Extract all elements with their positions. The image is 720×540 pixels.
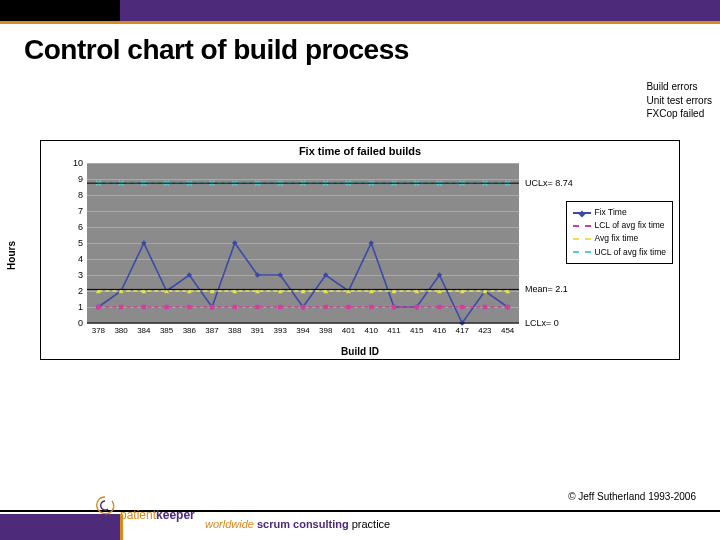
- y-tick-label: 0: [78, 318, 83, 328]
- ref-line-label: LCLx= 0: [525, 318, 559, 328]
- x-tick-label: 391: [251, 326, 264, 335]
- data-marker: [210, 305, 214, 309]
- control-chart: Fix time of failed builds Hours Build ID…: [40, 140, 680, 360]
- x-tick-label: 398: [319, 326, 332, 335]
- note-list: Build errors Unit test errors FXCop fail…: [646, 80, 712, 121]
- legend-swatch-icon: [573, 238, 591, 240]
- y-tick-label: 5: [78, 238, 83, 248]
- legend-label: Fix Time: [595, 206, 627, 219]
- x-tick-label: 386: [183, 326, 196, 335]
- slide-title: Control chart of build process: [0, 24, 720, 72]
- x-tick-label: 410: [365, 326, 378, 335]
- legend-swatch-icon: [573, 225, 591, 227]
- data-marker: [392, 305, 396, 309]
- y-tick-label: 9: [78, 174, 83, 184]
- y-tick-label: 1: [78, 302, 83, 312]
- data-marker: [119, 305, 123, 309]
- data-marker: [369, 305, 373, 309]
- legend-label: LCL of avg fix time: [595, 219, 665, 232]
- legend-item: Avg fix time: [573, 232, 667, 245]
- data-marker: [141, 240, 147, 246]
- x-tick-label: 454: [501, 326, 514, 335]
- legend-swatch-icon: [573, 212, 591, 214]
- data-marker: [164, 305, 168, 309]
- x-tick-label: 416: [433, 326, 446, 335]
- note-item: Unit test errors: [646, 94, 712, 108]
- y-tick-label: 4: [78, 254, 83, 264]
- tagline-part3: practice: [352, 518, 391, 530]
- data-marker: [346, 305, 350, 309]
- data-marker: [233, 305, 237, 309]
- note-item: FXCop failed: [646, 107, 712, 121]
- x-tick-label: 387: [205, 326, 218, 335]
- x-tick-label: 415: [410, 326, 423, 335]
- logo-swirl-icon: [92, 493, 118, 519]
- data-marker: [96, 305, 100, 309]
- legend-label: UCL of avg fix time: [595, 246, 667, 259]
- legend-swatch-icon: [573, 251, 591, 253]
- x-tick-label: 378: [92, 326, 105, 335]
- logo-text-keeper: keeper: [156, 508, 195, 522]
- x-tick-label: 394: [296, 326, 309, 335]
- y-tick-label: 8: [78, 190, 83, 200]
- x-tick-label: 401: [342, 326, 355, 335]
- logo-text-patient: patient: [120, 508, 156, 522]
- chart-title: Fix time of failed builds: [41, 145, 679, 157]
- x-tick-label: 384: [137, 326, 150, 335]
- top-bar: [0, 0, 720, 24]
- tagline-part2: scrum consulting: [257, 518, 352, 530]
- legend-item: LCL of avg fix time: [573, 219, 667, 232]
- data-marker: [187, 305, 191, 309]
- footer-tagline: worldwide scrum consulting practice: [205, 518, 390, 530]
- data-marker: [414, 305, 418, 309]
- data-marker: [278, 305, 282, 309]
- chart-legend: Fix TimeLCL of avg fix timeAvg fix timeU…: [566, 201, 674, 264]
- brand-logo: patientkeeper: [92, 493, 195, 522]
- series-line: [98, 243, 507, 323]
- data-marker: [483, 305, 487, 309]
- data-marker: [142, 305, 146, 309]
- y-tick-label: 2: [78, 286, 83, 296]
- x-tick-label: 385: [160, 326, 173, 335]
- plot-svg: [87, 163, 519, 323]
- legend-item: Fix Time: [573, 206, 667, 219]
- x-tick-label: 417: [455, 326, 468, 335]
- chart-xlabel: Build ID: [341, 346, 379, 357]
- x-tick-label: 423: [478, 326, 491, 335]
- copyright-text: © Jeff Sutherland 1993-2006: [568, 491, 696, 502]
- legend-item: UCL of avg fix time: [573, 246, 667, 259]
- data-marker: [460, 305, 464, 309]
- tagline-part1: worldwide: [205, 518, 257, 530]
- y-tick-label: 6: [78, 222, 83, 232]
- chart-ylabel: Hours: [6, 241, 17, 270]
- data-marker: [324, 305, 328, 309]
- data-marker: [437, 305, 441, 309]
- y-tick-label: 3: [78, 270, 83, 280]
- data-marker: [301, 305, 305, 309]
- x-tick-label: 388: [228, 326, 241, 335]
- ref-line-label: UCLx= 8.74: [525, 178, 573, 188]
- y-tick-label: 10: [73, 158, 83, 168]
- note-item: Build errors: [646, 80, 712, 94]
- x-tick-label: 380: [114, 326, 127, 335]
- x-tick-label: 411: [387, 326, 400, 335]
- legend-label: Avg fix time: [595, 232, 639, 245]
- plot-area: 012345678910 378380384385386387388391393…: [87, 163, 519, 323]
- x-tick-label: 393: [274, 326, 287, 335]
- data-marker: [368, 240, 374, 246]
- y-tick-label: 7: [78, 206, 83, 216]
- data-marker: [505, 305, 509, 309]
- slide: Control chart of build process Build err…: [0, 0, 720, 540]
- data-marker: [255, 305, 259, 309]
- ref-line-label: Mean= 2.1: [525, 284, 568, 294]
